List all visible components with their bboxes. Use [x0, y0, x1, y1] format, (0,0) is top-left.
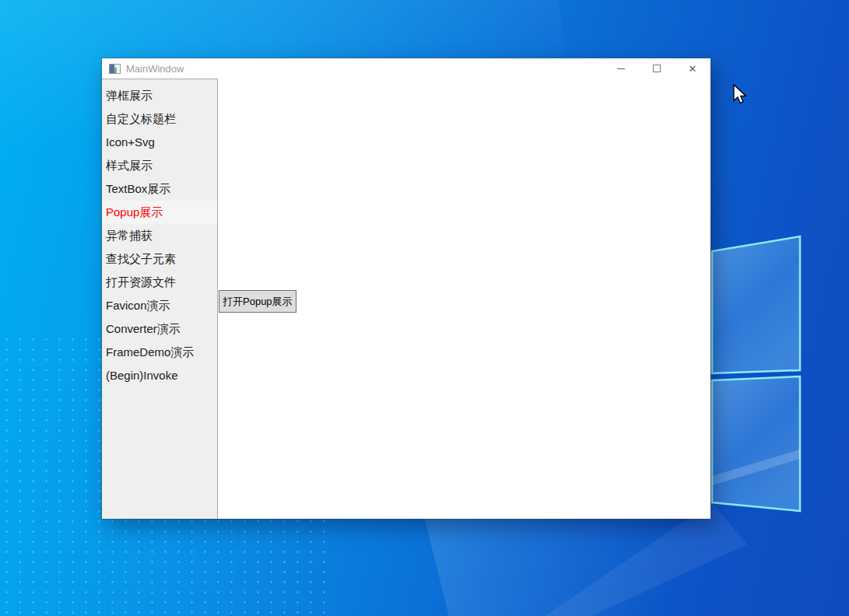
sidebar-item-exception-catch[interactable]: 异常捕获 [102, 224, 217, 247]
sidebar-item-find-parent-child[interactable]: 查找父子元素 [102, 247, 217, 271]
main-window: MainWindow ✕ 弹框展示自定义标题栏Icon+Svg样式展示TextB… [102, 58, 710, 519]
sidebar-item-favicon-demo[interactable]: Favicon演示 [102, 294, 217, 317]
sidebar-item-tan-kuang[interactable]: 弹框展示 [102, 84, 217, 107]
sidebar-item-icon-svg[interactable]: Icon+Svg [102, 131, 217, 154]
sidebar-item-converter-demo[interactable]: Converter演示 [102, 317, 217, 341]
sidebar-item-begin-invoke[interactable]: (Begin)Invoke [102, 364, 217, 387]
sidebar-item-textbox-demo[interactable]: TextBox展示 [102, 177, 217, 201]
minimize-button[interactable] [603, 58, 639, 79]
sidebar-item-framedemo-demo[interactable]: FrameDemo演示 [102, 341, 217, 364]
main-content: 打开Popup展示 [218, 79, 710, 519]
window-body: 弹框展示自定义标题栏Icon+Svg样式展示TextBox展示Popup展示异常… [102, 79, 710, 519]
sidebar-item-popup-demo[interactable]: Popup展示 [102, 201, 217, 224]
minimize-icon [617, 68, 625, 69]
maximize-icon [653, 65, 661, 72]
sidebar-item-style-demo[interactable]: 样式展示 [102, 154, 217, 177]
sidebar-menu: 弹框展示自定义标题栏Icon+Svg样式展示TextBox展示Popup展示异常… [102, 79, 218, 519]
window-title: MainWindow [126, 63, 184, 75]
open-popup-button[interactable]: 打开Popup展示 [219, 290, 296, 313]
close-button[interactable]: ✕ [675, 58, 710, 79]
sidebar-item-custom-titlebar[interactable]: 自定义标题栏 [102, 107, 217, 131]
mouse-cursor-icon [733, 84, 750, 107]
sidebar-item-open-resource-file[interactable]: 打开资源文件 [102, 271, 217, 294]
wpf-app-icon [109, 64, 121, 74]
title-bar[interactable]: MainWindow ✕ [102, 58, 710, 79]
windows-logo-pane-top [712, 236, 800, 373]
window-controls: ✕ [603, 58, 710, 79]
close-icon: ✕ [689, 64, 697, 74]
desktop: { "desktop": { "wallpaper_colors": { "br… [0, 0, 849, 616]
maximize-button[interactable] [639, 58, 675, 79]
